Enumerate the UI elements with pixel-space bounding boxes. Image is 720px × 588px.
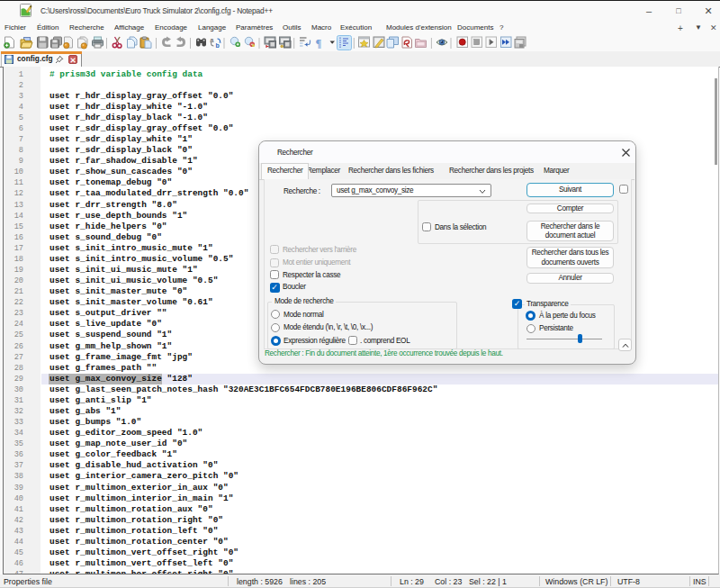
- svg-text:¶: ¶: [316, 37, 322, 50]
- svg-text:b: b: [216, 42, 220, 49]
